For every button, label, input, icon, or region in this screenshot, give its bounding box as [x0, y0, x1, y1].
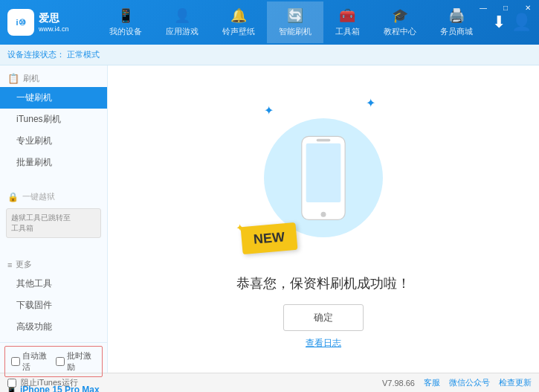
sparkle-top-right: ✦: [366, 96, 375, 110]
toolbox-icon: 🧰: [339, 7, 355, 24]
flash-icon: 🔄: [287, 7, 303, 24]
more-section-header: ≡ 更多: [0, 256, 107, 273]
sidebar-item-download-firmware[interactable]: 下载固件: [0, 295, 107, 316]
user-icon[interactable]: 👤: [511, 13, 532, 32]
success-illustration: ✦ ✦ NEW: [249, 89, 398, 267]
more-icon: ≡: [7, 260, 12, 269]
sidebar: 📋 刷机 一键刷机 iTunes刷机 专业刷机 批量刷机 🔒 一键越狱: [0, 65, 108, 373]
content-area: 📋 刷机 一键刷机 iTunes刷机 专业刷机 批量刷机 🔒 一键越狱: [0, 65, 539, 373]
nav-bar: 📱 我的设备 👤 应用游戏 🔔 铃声壁纸 🔄 智能刷机 🧰 工具箱 🎓 教程中心…: [89, 1, 492, 43]
device-icon: 📱: [117, 7, 134, 24]
sidebar-item-batch-flash[interactable]: 批量刷机: [0, 152, 107, 173]
logo-area: i⑩ 爱思 www.i4.cn: [0, 9, 89, 36]
ringtone-icon: 🔔: [230, 7, 247, 24]
more-section: ≡ 更多 其他工具 下载固件 高级功能: [0, 251, 107, 342]
nav-smart-flash[interactable]: 🔄 智能刷机: [267, 1, 323, 43]
flash-section-icon: 📋: [7, 73, 19, 84]
breadcrumb: 设备连接状态： 正常模式: [0, 45, 539, 65]
footer-right: V7.98.66 客服 微信公众号 检查更新: [382, 377, 532, 388]
header-right: ⬇ 👤: [492, 13, 539, 32]
itunes-checkbox[interactable]: [7, 379, 16, 388]
time-activation-checkbox[interactable]: [56, 357, 65, 366]
footer-wechat[interactable]: 微信公众号: [449, 377, 490, 388]
apps-icon: 👤: [174, 7, 190, 24]
time-activation-label[interactable]: 批时激励: [56, 350, 96, 373]
auto-activate-label[interactable]: 自动激活: [11, 350, 51, 373]
tutorials-icon: 🎓: [392, 7, 408, 24]
svg-rect-2: [317, 139, 331, 141]
new-text: NEW: [253, 229, 285, 247]
nav-my-device[interactable]: 📱 我的设备: [97, 1, 154, 43]
confirm-button[interactable]: 确定: [283, 304, 364, 331]
svg-rect-1: [306, 143, 341, 202]
flash-section: 📋 刷机 一键刷机 iTunes刷机 专业刷机 批量刷机: [0, 65, 107, 178]
view-log-link[interactable]: 查看日志: [306, 337, 341, 350]
download-icon[interactable]: ⬇: [492, 13, 506, 32]
flash-section-header: 📋 刷机: [0, 70, 107, 87]
jailbreak-section: 🔒 一键越狱 越狱工具已跳转至工具箱: [0, 184, 107, 245]
close-button[interactable]: ✕: [517, 0, 539, 15]
main-content: ✦ ✦ NEW 恭喜您，保资料刷机成功啦！ 确定 查看日志: [108, 65, 539, 373]
svg-point-3: [321, 211, 326, 216]
logo-icon: i⑩: [7, 9, 34, 36]
nav-toolbox[interactable]: 🧰 工具箱: [323, 1, 372, 43]
logo-text: 爱思 www.i4.cn: [39, 12, 69, 33]
footer-left: 阻止iTunes运行: [7, 377, 382, 388]
service-icon: 🖨️: [448, 7, 465, 24]
sidebar-item-one-key-flash[interactable]: 一键刷机: [0, 87, 107, 109]
phone-svg: [297, 135, 349, 222]
auto-row: 自动激活 批时激励: [4, 346, 103, 377]
nav-tutorials[interactable]: 🎓 教程中心: [372, 1, 428, 43]
lock-icon: 🔒: [7, 192, 19, 202]
footer-customer-service[interactable]: 客服: [424, 377, 440, 388]
nav-apps-games[interactable]: 👤 应用游戏: [154, 1, 210, 43]
jailbreak-notice: 越狱工具已跳转至工具箱: [6, 208, 101, 238]
nav-ringtones[interactable]: 🔔 铃声壁纸: [210, 1, 267, 43]
sparkle-top-left: ✦: [264, 103, 274, 118]
sidebar-item-itunes-flash[interactable]: iTunes刷机: [0, 109, 107, 130]
success-message: 恭喜您，保资料刷机成功啦！: [236, 274, 410, 292]
jailbreak-header: 🔒 一键越狱: [0, 188, 107, 205]
new-badge: NEW: [241, 222, 298, 254]
sidebar-item-other-tools[interactable]: 其他工具: [0, 273, 107, 295]
sidebar-item-pro-flash[interactable]: 专业刷机: [0, 130, 107, 152]
footer-check-update[interactable]: 检查更新: [499, 377, 532, 388]
minimize-button[interactable]: —: [472, 0, 494, 15]
phone-circle: [264, 118, 383, 237]
maximize-button[interactable]: □: [494, 0, 517, 15]
auto-activate-checkbox[interactable]: [11, 357, 20, 366]
sidebar-item-advanced[interactable]: 高级功能: [0, 316, 107, 338]
app-header: i⑩ 爱思 www.i4.cn 📱 我的设备 👤 应用游戏 🔔 铃声壁纸 🔄 智…: [0, 0, 539, 45]
